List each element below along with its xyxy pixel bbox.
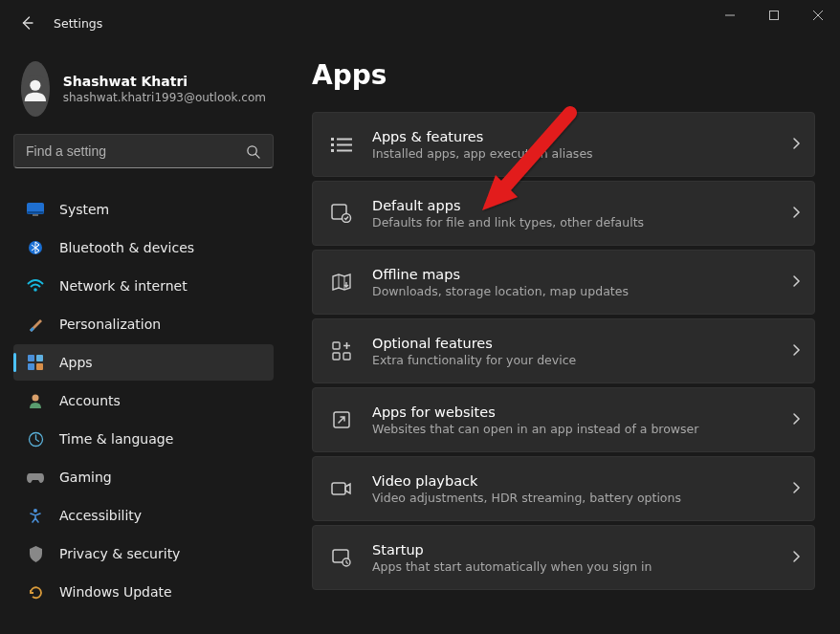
svg-rect-17 (337, 139, 352, 141)
card-desc: Extra functionality for your device (372, 353, 773, 367)
svg-rect-24 (333, 342, 340, 349)
svg-rect-5 (28, 211, 44, 214)
sidebar-item-apps[interactable]: Apps (13, 344, 274, 381)
gamepad-icon (27, 469, 44, 486)
minimize-button[interactable] (708, 0, 752, 31)
sidebar-item-personalization[interactable]: Personalization (13, 306, 274, 342)
svg-rect-12 (36, 363, 43, 370)
sidebar-item-accessibility[interactable]: Accessibility (13, 497, 274, 534)
sidebar-item-label: Time & language (59, 431, 173, 447)
wifi-icon (27, 277, 44, 295)
sidebar-item-label: Accounts (59, 393, 121, 408)
open-in-app-icon (330, 408, 353, 431)
sidebar-item-label: Bluetooth & devices (59, 240, 194, 255)
sidebar-item-label: Personalization (59, 317, 161, 332)
profile-block[interactable]: Shashwat Khatri shashwat.khatri1993@outl… (13, 54, 274, 126)
svg-rect-26 (343, 353, 350, 360)
sidebar-nav: System Bluetooth & devices Network & int… (13, 191, 274, 610)
svg-rect-6 (33, 214, 38, 216)
avatar (21, 61, 50, 117)
startup-icon (330, 546, 353, 569)
card-title: Apps & features (372, 129, 773, 144)
update-icon (27, 583, 44, 601)
svg-point-8 (33, 288, 37, 292)
page-title: Apps (312, 59, 815, 91)
bluetooth-icon (27, 239, 44, 256)
default-apps-icon (330, 202, 353, 225)
card-title: Offline maps (372, 267, 773, 282)
svg-point-15 (33, 509, 37, 513)
main-content: Apps Apps & features Installed apps, app… (287, 46, 840, 634)
svg-rect-18 (331, 143, 334, 146)
list-icon (330, 133, 353, 156)
svg-rect-21 (337, 150, 352, 152)
shield-icon (27, 545, 44, 562)
card-desc: Downloads, storage location, map updates (372, 284, 773, 298)
svg-rect-25 (333, 353, 340, 360)
chevron-right-icon (792, 136, 801, 154)
card-apps-features[interactable]: Apps & features Installed apps, app exec… (312, 112, 815, 177)
profile-name: Shashwat Khatri (63, 74, 266, 89)
monitor-icon (27, 201, 44, 218)
card-list: Apps & features Installed apps, app exec… (312, 112, 815, 590)
maximize-button[interactable] (752, 0, 796, 31)
search-button[interactable] (238, 137, 267, 165)
svg-point-13 (33, 395, 39, 402)
svg-rect-19 (337, 144, 352, 146)
close-button[interactable] (796, 0, 840, 31)
card-title: Apps for websites (372, 404, 773, 420)
sidebar-item-windows-update[interactable]: Windows Update (13, 574, 274, 610)
sidebar-item-label: Gaming (59, 470, 112, 485)
sidebar-item-label: Windows Update (59, 584, 172, 600)
sidebar-item-privacy[interactable]: Privacy & security (13, 536, 274, 572)
back-arrow-icon (19, 15, 34, 31)
svg-rect-0 (770, 11, 779, 20)
card-video-playback[interactable]: Video playback Video adjustments, HDR st… (312, 456, 815, 521)
chevron-right-icon (792, 411, 801, 429)
svg-point-3 (247, 145, 255, 154)
svg-rect-10 (36, 355, 43, 361)
features-icon (330, 339, 353, 362)
card-title: Default apps (372, 198, 773, 213)
sidebar-item-bluetooth[interactable]: Bluetooth & devices (13, 230, 274, 266)
card-offline-maps[interactable]: Offline maps Downloads, storage location… (312, 250, 815, 315)
sidebar-item-gaming[interactable]: Gaming (13, 459, 274, 495)
search-box[interactable] (13, 134, 274, 168)
sidebar-item-system[interactable]: System (13, 191, 274, 228)
titlebar: Settings (0, 0, 840, 46)
sidebar-item-network[interactable]: Network & internet (13, 268, 274, 304)
sidebar-item-label: System (59, 202, 109, 217)
card-startup[interactable]: Startup Apps that start automatically wh… (312, 525, 815, 590)
svg-rect-20 (331, 149, 334, 152)
back-button[interactable] (8, 4, 46, 42)
search-input[interactable] (26, 143, 238, 159)
card-default-apps[interactable]: Default apps Defaults for file and link … (312, 181, 815, 246)
sidebar-item-label: Network & internet (59, 278, 188, 294)
svg-rect-11 (28, 363, 34, 370)
card-desc: Installed apps, app execution aliases (372, 146, 773, 161)
chevron-right-icon (792, 205, 801, 223)
card-desc: Video adjustments, HDR streaming, batter… (372, 491, 773, 505)
video-icon (330, 477, 353, 500)
card-apps-websites[interactable]: Apps for websites Websites that can open… (312, 387, 815, 452)
clock-globe-icon (27, 430, 44, 448)
svg-point-2 (30, 80, 40, 91)
svg-rect-28 (332, 483, 345, 494)
window-title: Settings (54, 16, 102, 31)
card-desc: Defaults for file and link types, other … (372, 215, 773, 230)
sidebar-item-time-language[interactable]: Time & language (13, 421, 274, 457)
card-optional-features[interactable]: Optional features Extra functionality fo… (312, 318, 815, 383)
apps-icon (27, 354, 44, 371)
window-controls (708, 0, 840, 38)
map-icon (330, 271, 353, 294)
accessibility-icon (27, 507, 44, 524)
card-desc: Websites that can open in an app instead… (372, 422, 773, 436)
sidebar-item-label: Apps (59, 355, 93, 370)
chevron-right-icon (792, 273, 801, 292)
card-desc: Apps that start automatically when you s… (372, 559, 773, 574)
card-title: Startup (372, 542, 773, 557)
sidebar-item-label: Privacy & security (59, 546, 180, 561)
profile-email: shashwat.khatri1993@outlook.com (63, 91, 266, 104)
svg-rect-9 (28, 355, 34, 361)
sidebar-item-accounts[interactable]: Accounts (13, 383, 274, 419)
